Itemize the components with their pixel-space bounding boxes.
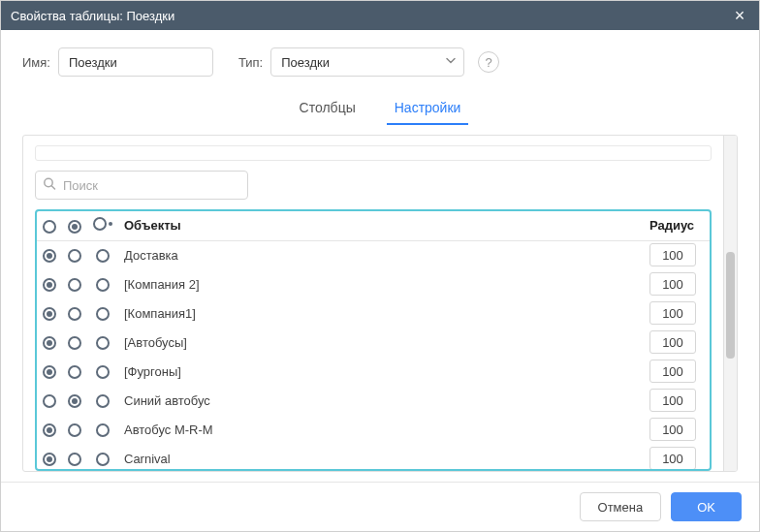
header-radio-dot[interactable] bbox=[87, 211, 118, 240]
radius-input[interactable]: 100 bbox=[649, 447, 696, 469]
row-object-name: Синий автобус bbox=[118, 386, 642, 415]
table-row: [Фургоны]100 bbox=[37, 357, 710, 386]
ok-button[interactable]: OK bbox=[671, 492, 742, 521]
row-radio-a[interactable] bbox=[37, 444, 62, 469]
row-radio-c[interactable] bbox=[87, 328, 118, 357]
row-radio-b[interactable] bbox=[62, 386, 87, 415]
radius-input[interactable]: 100 bbox=[649, 272, 696, 296]
radius-input[interactable]: 100 bbox=[649, 360, 696, 383]
radius-input[interactable]: 100 bbox=[649, 301, 696, 325]
type-select-value[interactable] bbox=[270, 47, 464, 77]
row-radius-cell: 100 bbox=[642, 386, 710, 415]
row-radius-cell: 100 bbox=[642, 415, 710, 444]
row-radio-c[interactable] bbox=[87, 444, 118, 469]
dialog-titlebar: Свойства таблицы: Поездки × bbox=[1, 1, 759, 30]
type-select[interactable] bbox=[270, 47, 464, 77]
objects-grid-highlight: Объекты Радиус Доставка100[Компания 2]10… bbox=[35, 209, 712, 471]
scrollbar-thumb[interactable] bbox=[726, 252, 735, 359]
tab-settings[interactable]: Настройки bbox=[393, 94, 463, 125]
row-radio-c[interactable] bbox=[87, 357, 118, 386]
search-input[interactable] bbox=[35, 171, 248, 200]
dialog-title: Свойства таблицы: Поездки bbox=[11, 9, 174, 23]
tabs: Столбцы Настройки bbox=[22, 94, 738, 125]
name-input[interactable] bbox=[58, 47, 213, 77]
radius-input[interactable]: 100 bbox=[649, 243, 696, 266]
row-radio-a[interactable] bbox=[37, 357, 62, 386]
row-object-name: [Компания1] bbox=[118, 298, 642, 328]
row-object-name: Carnival bbox=[118, 444, 642, 469]
name-label: Имя: bbox=[22, 55, 50, 70]
row-object-name: [Автобусы] bbox=[118, 328, 642, 357]
table-row: Автобус M-R-M100 bbox=[37, 415, 710, 444]
row-radio-b[interactable] bbox=[62, 240, 87, 269]
row-radio-a[interactable] bbox=[37, 269, 62, 298]
radius-input[interactable]: 100 bbox=[649, 389, 696, 412]
row-radio-c[interactable] bbox=[87, 415, 118, 444]
row-radio-b[interactable] bbox=[62, 444, 87, 469]
svg-line-1 bbox=[51, 186, 54, 189]
row-radio-c[interactable] bbox=[87, 269, 118, 298]
type-label: Тип: bbox=[238, 55, 263, 70]
radius-input[interactable]: 100 bbox=[649, 330, 696, 354]
objects-grid-scroll[interactable]: Объекты Радиус Доставка100[Компания 2]10… bbox=[37, 211, 710, 469]
settings-panel: Объекты Радиус Доставка100[Компания 2]10… bbox=[22, 135, 738, 472]
row-object-name: Автобус M-R-M bbox=[118, 415, 642, 444]
header-radius: Радиус bbox=[642, 211, 710, 240]
table-row: Carnival100 bbox=[37, 444, 710, 469]
row-radio-a[interactable] bbox=[37, 328, 62, 357]
tab-columns[interactable]: Столбцы bbox=[298, 94, 358, 125]
panel-scrollbar[interactable] bbox=[723, 136, 737, 471]
row-radius-cell: 100 bbox=[642, 444, 710, 469]
collapsed-section[interactable] bbox=[35, 145, 712, 161]
help-icon[interactable]: ? bbox=[478, 51, 499, 73]
row-radius-cell: 100 bbox=[642, 298, 710, 328]
row-radio-a[interactable] bbox=[37, 386, 62, 415]
row-radio-b[interactable] bbox=[62, 328, 87, 357]
objects-table: Объекты Радиус Доставка100[Компания 2]10… bbox=[37, 211, 710, 469]
row-radius-cell: 100 bbox=[642, 240, 710, 269]
row-radio-a[interactable] bbox=[37, 298, 62, 328]
row-radio-a[interactable] bbox=[37, 415, 62, 444]
row-object-name: [Фургоны] bbox=[118, 357, 642, 386]
cancel-button[interactable]: Отмена bbox=[580, 492, 662, 521]
header-radio-filled[interactable] bbox=[62, 211, 87, 240]
row-object-name: [Компания 2] bbox=[118, 269, 642, 298]
search-icon bbox=[43, 177, 56, 194]
row-radius-cell: 100 bbox=[642, 269, 710, 298]
row-radius-cell: 100 bbox=[642, 357, 710, 386]
row-radio-b[interactable] bbox=[62, 357, 87, 386]
row-radius-cell: 100 bbox=[642, 328, 710, 357]
row-radio-b[interactable] bbox=[62, 298, 87, 328]
header-objects: Объекты bbox=[118, 211, 642, 240]
form-row: Имя: Тип: ? bbox=[22, 47, 738, 77]
row-radio-b[interactable] bbox=[62, 269, 87, 298]
dialog-footer: Отмена OK bbox=[1, 482, 759, 531]
close-icon[interactable]: × bbox=[730, 7, 749, 24]
dialog-content: Имя: Тип: ? Столбцы Настройки bbox=[1, 30, 759, 482]
table-row: [Автобусы]100 bbox=[37, 328, 710, 357]
row-radio-a[interactable] bbox=[37, 240, 62, 269]
radius-input[interactable]: 100 bbox=[649, 418, 696, 441]
table-row: Синий автобус100 bbox=[37, 386, 710, 415]
table-row: [Компания1]100 bbox=[37, 298, 710, 328]
row-radio-b[interactable] bbox=[62, 415, 87, 444]
row-radio-c[interactable] bbox=[87, 298, 118, 328]
header-radio-empty[interactable] bbox=[37, 211, 62, 240]
row-radio-c[interactable] bbox=[87, 240, 118, 269]
table-row: [Компания 2]100 bbox=[37, 269, 710, 298]
row-radio-c[interactable] bbox=[87, 386, 118, 415]
table-row: Доставка100 bbox=[37, 240, 710, 269]
row-object-name: Доставка bbox=[118, 240, 642, 269]
